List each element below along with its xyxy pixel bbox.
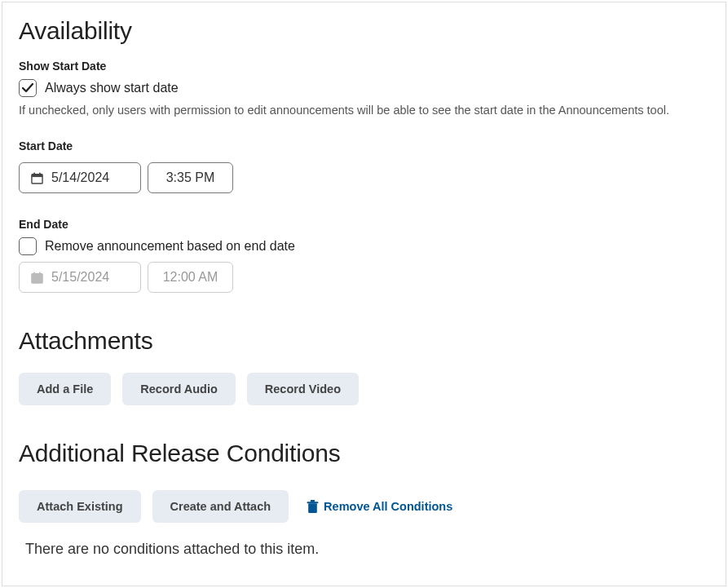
end-time-value: 12:00 AM bbox=[163, 270, 218, 285]
remove-all-conditions-link[interactable]: Remove All Conditions bbox=[300, 500, 459, 514]
record-video-button[interactable]: Record Video bbox=[247, 373, 359, 405]
calendar-icon bbox=[31, 172, 43, 184]
svg-rect-2 bbox=[33, 172, 35, 175]
remove-all-conditions-label: Remove All Conditions bbox=[324, 500, 452, 513]
check-icon bbox=[22, 83, 33, 93]
record-audio-button[interactable]: Record Audio bbox=[122, 373, 236, 405]
remove-on-end-date-checkbox-label: Remove announcement based on end date bbox=[45, 239, 295, 254]
start-date-group: Start Date 5/14/2024 3:35 PM bbox=[19, 139, 709, 193]
end-time-input: 12:00 AM bbox=[148, 262, 233, 293]
settings-panel: Availability Show Start Date Always show… bbox=[2, 2, 726, 586]
end-date-group: End Date Remove announcement based on en… bbox=[19, 218, 709, 293]
end-date-input: 5/15/2024 bbox=[19, 262, 141, 293]
release-conditions-button-row: Attach Existing Create and Attach Remove… bbox=[19, 490, 709, 523]
start-date-value: 5/14/2024 bbox=[51, 170, 109, 185]
start-date-label: Start Date bbox=[19, 139, 709, 153]
always-show-start-date-row: Always show start date bbox=[19, 79, 709, 97]
svg-rect-6 bbox=[33, 272, 35, 275]
always-show-start-date-checkbox-label: Always show start date bbox=[45, 81, 179, 95]
end-date-label: End Date bbox=[19, 218, 709, 231]
svg-rect-10 bbox=[311, 500, 315, 502]
remove-on-end-date-row: Remove announcement based on end date bbox=[19, 237, 709, 255]
attachments-button-row: Add a File Record Audio Record Video bbox=[19, 373, 709, 405]
availability-heading: Availability bbox=[19, 17, 709, 45]
end-date-value: 5/15/2024 bbox=[51, 270, 109, 285]
no-conditions-message: There are no conditions attached to this… bbox=[25, 541, 709, 558]
release-conditions-heading: Additional Release Conditions bbox=[19, 440, 709, 467]
add-file-button[interactable]: Add a File bbox=[19, 373, 111, 405]
show-start-date-label: Show Start Date bbox=[19, 60, 709, 73]
start-time-value: 3:35 PM bbox=[166, 170, 215, 185]
always-show-start-date-checkbox[interactable] bbox=[19, 79, 37, 97]
svg-rect-7 bbox=[39, 272, 41, 275]
start-time-input[interactable]: 3:35 PM bbox=[148, 162, 233, 193]
svg-rect-1 bbox=[32, 174, 42, 176]
trash-icon bbox=[307, 500, 319, 514]
start-date-input[interactable]: 5/14/2024 bbox=[19, 162, 141, 193]
end-date-row: 5/15/2024 12:00 AM bbox=[19, 262, 709, 293]
calendar-icon bbox=[31, 272, 43, 284]
svg-rect-8 bbox=[308, 503, 317, 513]
remove-on-end-date-checkbox[interactable] bbox=[19, 237, 37, 255]
attachments-heading: Attachments bbox=[19, 327, 709, 355]
show-start-date-help: If unchecked, only users with permission… bbox=[19, 104, 709, 117]
svg-rect-3 bbox=[39, 172, 41, 175]
create-and-attach-button[interactable]: Create and Attach bbox=[152, 490, 289, 523]
svg-rect-5 bbox=[32, 273, 42, 276]
attach-existing-button[interactable]: Attach Existing bbox=[19, 490, 141, 523]
start-date-row: 5/14/2024 3:35 PM bbox=[19, 162, 709, 193]
